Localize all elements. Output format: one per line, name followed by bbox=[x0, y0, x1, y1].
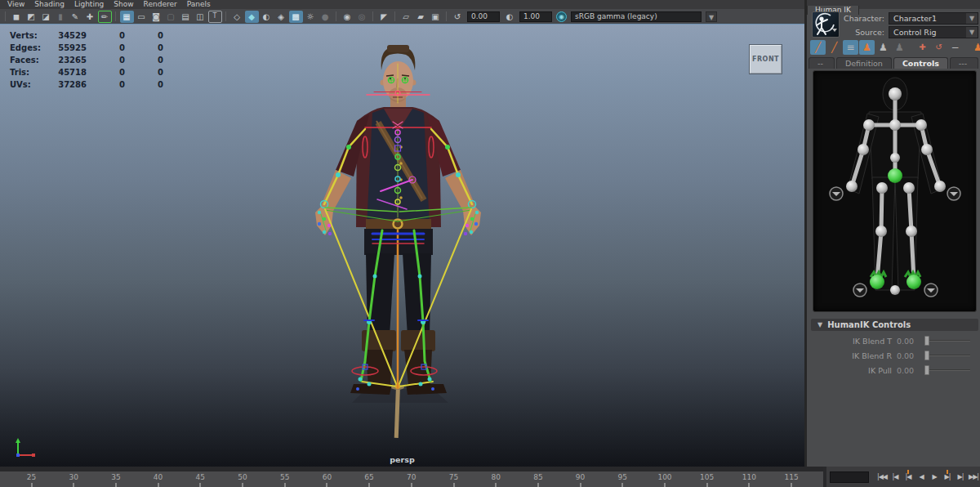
step-back-key-button[interactable]: |◀ bbox=[902, 470, 915, 484]
time-slider[interactable]: 2530354045505560657075808590951001051101… bbox=[0, 467, 823, 487]
layer-merge-icon[interactable]: ▰ bbox=[414, 11, 428, 23]
resolution-gate-icon[interactable]: ◙ bbox=[149, 11, 163, 23]
gate-mask-icon[interactable]: ▢ bbox=[164, 11, 178, 23]
hik-add-rig-icon[interactable]: ╱ bbox=[826, 40, 842, 55]
left-elbow-joint[interactable] bbox=[858, 144, 869, 155]
humanik-controls-section-header[interactable]: ▼ HumanIK Controls bbox=[811, 319, 978, 331]
grease-pencil-icon[interactable]: ✏ bbox=[98, 11, 112, 23]
hik-pin-translate-icon[interactable]: ✚ bbox=[915, 40, 930, 55]
safe-title-icon[interactable]: T bbox=[208, 11, 222, 23]
tab-[interactable]: ---- bbox=[950, 57, 978, 69]
left-hand-expand-button[interactable] bbox=[830, 187, 843, 200]
fit-resolution-icon[interactable]: ▣ bbox=[429, 11, 443, 23]
left-hip-joint[interactable] bbox=[876, 182, 888, 194]
left-shoulder-joint[interactable] bbox=[863, 119, 875, 131]
reference-joint[interactable] bbox=[890, 285, 900, 295]
field-chart-icon[interactable]: ▤ bbox=[179, 11, 193, 23]
menu-lighting[interactable]: Lighting bbox=[69, 0, 109, 9]
current-frame-field[interactable] bbox=[830, 471, 869, 483]
right-wrist-joint[interactable] bbox=[934, 181, 946, 192]
right-shoulder-joint[interactable] bbox=[915, 119, 927, 131]
hips-joint-selected[interactable] bbox=[888, 168, 902, 183]
go-to-start-button[interactable]: |◀◀ bbox=[875, 470, 889, 484]
ambient-occlusion-icon[interactable]: ◉ bbox=[341, 11, 354, 23]
hik-character-controls-icon[interactable]: ♟ bbox=[859, 40, 875, 55]
hik-character-dim-icon[interactable]: ♟ bbox=[892, 40, 907, 55]
right-knee-joint[interactable] bbox=[906, 226, 917, 237]
bookmark-icon[interactable]: ▮ bbox=[54, 11, 68, 23]
xray-icon[interactable]: ▩ bbox=[289, 11, 303, 23]
isolate-select-icon[interactable]: ◤ bbox=[377, 11, 391, 23]
character-dropdown[interactable]: Character1 ▼ bbox=[889, 12, 978, 25]
safe-action-icon[interactable]: ◫ bbox=[194, 11, 207, 23]
menu-shading[interactable]: Shading bbox=[29, 0, 69, 9]
source-dropdown[interactable]: Control Rig ▼ bbox=[889, 26, 978, 38]
wireframe-icon[interactable]: ◇ bbox=[230, 11, 244, 23]
hik-character-gray-icon[interactable]: ♟ bbox=[875, 40, 891, 55]
tab-definition[interactable]: Definition bbox=[836, 57, 892, 69]
right-hip-joint[interactable] bbox=[903, 182, 915, 194]
menu-view[interactable]: View bbox=[2, 0, 29, 9]
head-joint[interactable] bbox=[889, 87, 902, 101]
layer-stack-icon[interactable]: ▱ bbox=[399, 11, 413, 23]
ik-field-slider[interactable] bbox=[924, 365, 970, 375]
left-foot-joint-selected[interactable] bbox=[870, 275, 884, 289]
exposure-field[interactable]: 0.00 bbox=[467, 11, 500, 22]
select-camera-icon[interactable]: ◼ bbox=[10, 11, 24, 23]
ik-field-value[interactable]: 0.00 bbox=[897, 351, 924, 360]
tab-controls[interactable]: Controls bbox=[893, 57, 948, 69]
ik-field-value[interactable]: 0.00 bbox=[897, 366, 924, 375]
menu-panels[interactable]: Panels bbox=[182, 0, 216, 9]
textured-icon[interactable]: ◐ bbox=[260, 11, 274, 23]
ik-field-slider[interactable] bbox=[924, 336, 970, 346]
grid-icon[interactable]: ▦ bbox=[120, 11, 134, 23]
lock-camera-icon[interactable]: ◩ bbox=[24, 11, 38, 23]
diagram-expand-buttons[interactable] bbox=[830, 187, 960, 297]
human-ik-logo[interactable] bbox=[812, 11, 840, 38]
colorspace-dropdown-arrow-icon[interactable]: ▼ bbox=[706, 11, 717, 22]
ik-field-value[interactable]: 0.00 bbox=[897, 337, 924, 346]
go-to-end-button[interactable]: ▶▶| bbox=[967, 470, 980, 484]
left-foot-expand-button[interactable] bbox=[853, 284, 866, 297]
shaded-icon[interactable]: ◆ bbox=[245, 11, 259, 23]
menu-show[interactable]: Show bbox=[109, 0, 138, 9]
left-knee-joint[interactable] bbox=[875, 226, 887, 237]
right-hand-expand-button[interactable] bbox=[947, 187, 960, 200]
hik-pin-rotate-icon[interactable]: ↺ bbox=[931, 40, 947, 55]
spine-joint[interactable] bbox=[890, 153, 900, 163]
gamma-field[interactable]: 1.00 bbox=[519, 11, 552, 22]
chest-joint[interactable] bbox=[889, 119, 901, 131]
play-forwards-button[interactable]: ▶ bbox=[928, 470, 941, 484]
menu-renderer[interactable]: Renderer bbox=[139, 0, 182, 9]
slider-handle[interactable] bbox=[924, 365, 929, 375]
slider-handle[interactable] bbox=[924, 336, 929, 346]
step-forward-key-button[interactable]: ▶| bbox=[941, 470, 954, 484]
ik-field-slider[interactable] bbox=[924, 351, 970, 360]
colorspace-dropdown[interactable]: sRGB gamma (legacy) bbox=[571, 11, 702, 22]
character-model[interactable] bbox=[0, 25, 802, 467]
play-backwards-button[interactable]: ◀ bbox=[915, 470, 928, 484]
step-forward-frame-button[interactable]: ▶| bbox=[954, 470, 967, 484]
collapse-triangle-icon[interactable]: ▼ bbox=[811, 321, 827, 328]
hik-full-body-icon[interactable]: ♟ bbox=[970, 40, 980, 55]
gamma-icon[interactable]: ◉ bbox=[556, 11, 567, 22]
motion-blur-icon[interactable]: ◎ bbox=[355, 11, 369, 23]
right-foot-joint-selected[interactable] bbox=[906, 275, 921, 289]
contrast-icon[interactable]: ◐ bbox=[503, 11, 517, 23]
right-elbow-joint[interactable] bbox=[921, 144, 933, 155]
film-gate-icon[interactable]: ▭ bbox=[135, 11, 149, 23]
chevron-down-icon[interactable]: ▼ bbox=[966, 27, 978, 38]
character-body-diagram[interactable] bbox=[813, 70, 977, 312]
viewport-3d[interactable]: Verts:3452900Edges:5592500Faces:2326500T… bbox=[0, 24, 804, 467]
2d-pan-zoom-icon[interactable]: ✚ bbox=[83, 11, 97, 23]
exposure-icon[interactable]: ↺ bbox=[451, 11, 465, 23]
hik-edit-rig-icon[interactable]: ╱ bbox=[810, 40, 826, 55]
tab-[interactable]: --- bbox=[808, 57, 835, 69]
hik-skeleton-icon[interactable]: ≡ bbox=[843, 40, 858, 55]
chevron-down-icon[interactable]: ▼ bbox=[966, 13, 978, 24]
image-plane-icon[interactable]: ✎ bbox=[69, 11, 82, 23]
camera-attributes-icon[interactable]: ◪ bbox=[39, 11, 53, 23]
right-foot-expand-button[interactable] bbox=[924, 284, 938, 297]
left-wrist-joint[interactable] bbox=[846, 181, 858, 192]
hik-pin-off-icon[interactable]: − bbox=[947, 40, 963, 55]
